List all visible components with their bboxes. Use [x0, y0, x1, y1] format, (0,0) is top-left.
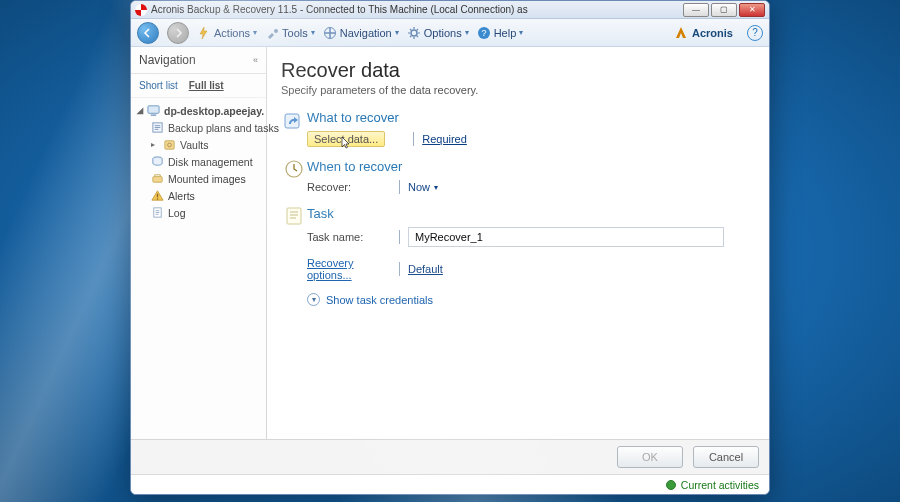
recover-icon — [283, 110, 305, 132]
select-data-button[interactable]: Select data... — [307, 131, 385, 147]
plans-icon — [151, 121, 164, 134]
brand-label: Acronis — [692, 27, 733, 39]
footer: OK Cancel — [131, 439, 769, 474]
tree-item-log[interactable]: Log — [133, 204, 264, 221]
menu-help-label: Help — [494, 27, 517, 39]
svg-rect-12 — [157, 198, 158, 199]
section-when: When to recover Recover: Now ▾ — [281, 157, 751, 198]
alert-icon — [151, 189, 164, 202]
recovery-options-link[interactable]: Recovery options... — [307, 257, 391, 281]
tree-root[interactable]: ◢ dp-desktop.apeejay.stya.com — [133, 102, 264, 119]
page-title: Recover data — [281, 59, 751, 82]
close-button[interactable]: ✕ — [739, 3, 765, 17]
tree-item-disk-mgmt[interactable]: Disk management — [133, 153, 264, 170]
help-button[interactable]: ? — [747, 25, 763, 41]
gear-icon — [407, 26, 421, 40]
menu-tools-label: Tools — [282, 27, 308, 39]
help-icon: ? — [477, 26, 491, 40]
tree-root-label: dp-desktop.apeejay.stya.com — [164, 105, 264, 117]
tree-item-vaults[interactable]: ▸ Vaults — [133, 136, 264, 153]
tree-item-label: Vaults — [180, 139, 208, 151]
brand: Acronis — [674, 26, 733, 40]
app-window: Acronis Backup & Recovery 11.5 - Connect… — [130, 0, 770, 495]
tab-short-list[interactable]: Short list — [139, 80, 178, 91]
window-title: Acronis Backup & Recovery 11.5 - Connect… — [151, 4, 683, 15]
page-subtitle: Specify parameters of the data recovery. — [281, 84, 751, 96]
cancel-button[interactable]: Cancel — [693, 446, 759, 468]
forward-button[interactable] — [167, 22, 189, 44]
sidebar-title: Navigation — [139, 53, 196, 67]
tree-item-label: Alerts — [168, 190, 195, 202]
section-task: Task Task name: Recovery options... Defa… — [281, 204, 751, 306]
nav-tree: ◢ dp-desktop.apeejay.stya.com Backup pla… — [131, 98, 266, 225]
tree-item-label: Mounted images — [168, 173, 246, 185]
menu-tools[interactable]: Tools▾ — [265, 26, 315, 40]
svg-text:?: ? — [481, 28, 486, 38]
minimize-button[interactable]: — — [683, 3, 709, 17]
mounted-icon — [151, 172, 164, 185]
svg-point-1 — [411, 30, 417, 36]
chevron-down-icon: ▾ — [434, 183, 438, 192]
tree-item-backup-plans[interactable]: Backup plans and tasks — [133, 119, 264, 136]
required-link[interactable]: Required — [422, 133, 467, 145]
disclosure-icon[interactable]: ▸ — [151, 140, 159, 149]
menu-options[interactable]: Options▾ — [407, 26, 469, 40]
title-bar: Acronis Backup & Recovery 11.5 - Connect… — [131, 1, 769, 19]
computer-icon — [147, 104, 160, 117]
window-controls: — ▢ ✕ — [683, 3, 765, 17]
disk-icon — [151, 155, 164, 168]
show-credentials-toggle[interactable]: ▾ Show task credentials — [307, 293, 751, 306]
sidebar-list-tabs: Short list Full list — [131, 74, 266, 98]
collapse-icon[interactable]: « — [253, 55, 258, 65]
task-icon — [285, 206, 303, 226]
menu-navigation-label: Navigation — [340, 27, 392, 39]
menu-actions-label: Actions — [214, 27, 250, 39]
tree-item-label: Backup plans and tasks — [168, 122, 279, 134]
svg-rect-5 — [151, 114, 157, 116]
tree-item-mounted[interactable]: Mounted images — [133, 170, 264, 187]
section-what: What to recover Select data... Required — [281, 108, 751, 151]
body: Navigation « Short list Full list ◢ dp-d… — [131, 47, 769, 439]
taskname-input[interactable] — [408, 227, 724, 247]
tree-item-label: Log — [168, 207, 186, 219]
main-panel: Recover data Specify parameters of the d… — [267, 47, 769, 439]
vault-icon — [163, 138, 176, 151]
menu-options-label: Options — [424, 27, 462, 39]
menu-navigation[interactable]: Navigation▾ — [323, 26, 399, 40]
cursor-icon — [338, 135, 354, 151]
recover-dropdown[interactable]: Now ▾ — [408, 181, 438, 193]
navigation-icon — [323, 26, 337, 40]
lightning-icon — [197, 26, 211, 40]
svg-rect-7 — [165, 141, 174, 149]
app-icon — [135, 4, 147, 16]
tree-item-alerts[interactable]: Alerts — [133, 187, 264, 204]
section-what-title: What to recover — [307, 110, 751, 125]
tree-item-label: Disk management — [168, 156, 253, 168]
section-task-title: Task — [307, 206, 751, 221]
status-text[interactable]: Current activities — [681, 479, 759, 491]
section-when-title: When to recover — [307, 159, 751, 174]
menu-actions[interactable]: Actions▾ — [197, 26, 257, 40]
tools-icon — [265, 26, 279, 40]
taskname-label: Task name: — [307, 231, 391, 243]
toolbar: Actions▾ Tools▾ Navigation▾ Options▾ ? H… — [131, 19, 769, 47]
svg-rect-4 — [148, 106, 159, 113]
tab-full-list[interactable]: Full list — [189, 80, 224, 91]
svg-rect-16 — [287, 208, 301, 224]
disclosure-icon[interactable]: ◢ — [137, 106, 143, 115]
menu-help[interactable]: ? Help▾ — [477, 26, 524, 40]
sidebar: Navigation « Short list Full list ◢ dp-d… — [131, 47, 267, 439]
status-indicator-icon — [666, 480, 676, 490]
chevron-down-icon: ▾ — [307, 293, 320, 306]
clock-icon — [284, 159, 304, 179]
log-icon — [151, 206, 164, 219]
sidebar-header: Navigation « — [131, 47, 266, 74]
svg-rect-11 — [157, 194, 158, 198]
status-bar: Current activities — [131, 474, 769, 494]
ok-button[interactable]: OK — [617, 446, 683, 468]
recover-label: Recover: — [307, 181, 391, 193]
back-button[interactable] — [137, 22, 159, 44]
maximize-button[interactable]: ▢ — [711, 3, 737, 17]
default-link[interactable]: Default — [408, 263, 443, 275]
svg-rect-10 — [153, 177, 162, 183]
